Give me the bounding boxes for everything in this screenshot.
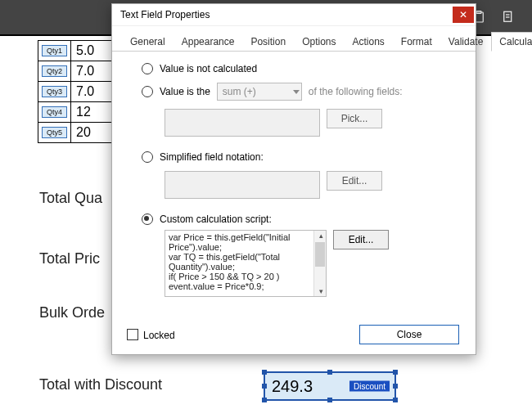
- qty-value: 20: [70, 123, 106, 142]
- discount-field[interactable]: 249.3 Discount: [264, 371, 396, 401]
- qty-value: 5.0: [70, 41, 106, 61]
- page-icon[interactable]: [501, 10, 516, 25]
- close-button[interactable]: Close: [359, 325, 459, 344]
- label-following: of the following fields:: [309, 86, 403, 97]
- dialog-body: Value is not calculated Value is the sum…: [112, 52, 476, 297]
- tab-options[interactable]: Options: [294, 32, 344, 52]
- qty-field-tag: Qty3: [42, 86, 67, 97]
- option-not-calculated[interactable]: Value is not calculated: [142, 63, 458, 74]
- label-total-price: Total Pric: [39, 250, 100, 267]
- pick-button[interactable]: Pick...: [327, 109, 382, 128]
- label-bulk-order: Bulk Orde: [39, 304, 105, 321]
- dialog-close-button[interactable]: ✕: [453, 7, 474, 23]
- qty-field-tag: Qty4: [42, 106, 67, 118]
- close-icon: ✕: [459, 10, 467, 20]
- tab-appearance[interactable]: Appearance: [174, 32, 243, 52]
- edit-custom-button[interactable]: Edit...: [333, 230, 389, 249]
- text-field-properties-dialog: Text Field Properties ✕ GeneralAppearanc…: [111, 3, 476, 355]
- locked-checkbox[interactable]: Locked: [127, 329, 175, 341]
- select-label: sum (+): [223, 86, 256, 97]
- scroll-up-icon[interactable]: ▴: [319, 231, 323, 240]
- label-simplified: Simplified field notation:: [160, 151, 264, 163]
- option-simplified[interactable]: Simplified field notation:: [142, 151, 458, 163]
- qty-row[interactable]: Qty27.0: [38, 61, 115, 82]
- tab-general[interactable]: General: [122, 32, 174, 52]
- dialog-titlebar[interactable]: Text Field Properties ✕: [112, 4, 476, 26]
- qty-value: 7.0: [70, 61, 106, 81]
- doc-background: Qty15.0Qty27.0Qty37.0Qty412Qty520: [0, 41, 115, 143]
- qty-row[interactable]: Qty15.0: [38, 40, 115, 61]
- tab-calculate[interactable]: Calculate: [491, 32, 532, 52]
- dialog-footer: Locked Close: [112, 325, 476, 344]
- qty-row[interactable]: Qty37.0: [38, 81, 115, 102]
- option-value-is[interactable]: Value is the sum (+) of the following fi…: [142, 83, 458, 101]
- discount-tag: Discount: [349, 381, 390, 392]
- radio-not-calculated[interactable]: [142, 63, 153, 74]
- dialog-title: Text Field Properties: [120, 9, 210, 20]
- discount-value: 249.3: [272, 377, 313, 396]
- radio-custom[interactable]: [142, 213, 153, 225]
- qty-value: 12: [70, 102, 106, 122]
- label-total-quantity: Total Qua: [39, 190, 102, 207]
- script-content: var Price = this.getField("Initial Price…: [169, 232, 322, 291]
- radio-value-is[interactable]: [142, 86, 153, 97]
- dialog-tabbar: GeneralAppearancePositionOptionsActionsF…: [112, 26, 476, 52]
- tab-validate[interactable]: Validate: [440, 32, 491, 52]
- tab-format[interactable]: Format: [393, 32, 440, 52]
- qty-row[interactable]: Qty520: [38, 122, 115, 143]
- locked-label: Locked: [143, 330, 175, 341]
- qty-field-tag: Qty5: [42, 127, 67, 138]
- operation-select[interactable]: sum (+): [217, 83, 302, 101]
- checkbox-icon[interactable]: [127, 329, 138, 340]
- chevron-down-icon: [293, 90, 300, 94]
- svg-rect-2: [504, 11, 512, 21]
- edit-simplified-button[interactable]: Edit...: [327, 171, 382, 191]
- fields-list[interactable]: [165, 109, 320, 137]
- qty-field-tag: Qty1: [42, 45, 67, 56]
- label-not-calculated: Value is not calculated: [160, 63, 257, 74]
- option-custom[interactable]: Custom calculation script:: [142, 213, 458, 225]
- label-custom: Custom calculation script:: [160, 213, 272, 225]
- script-textarea[interactable]: var Price = this.getField("Initial Price…: [165, 230, 327, 297]
- scrollbar[interactable]: ▴ ▾: [313, 231, 326, 296]
- scroll-thumb[interactable]: [315, 242, 325, 267]
- qty-value: 7.0: [70, 82, 106, 101]
- scroll-down-icon[interactable]: ▾: [319, 287, 323, 295]
- simplified-input[interactable]: [165, 171, 320, 199]
- label-total-discount: Total with Discount: [39, 376, 162, 393]
- qty-field-tag: Qty2: [42, 65, 67, 77]
- tab-position[interactable]: Position: [242, 32, 294, 52]
- radio-simplified[interactable]: [142, 151, 153, 163]
- label-value-is: Value is the: [160, 86, 210, 97]
- tab-actions[interactable]: Actions: [344, 32, 392, 52]
- qty-row[interactable]: Qty412: [38, 101, 115, 123]
